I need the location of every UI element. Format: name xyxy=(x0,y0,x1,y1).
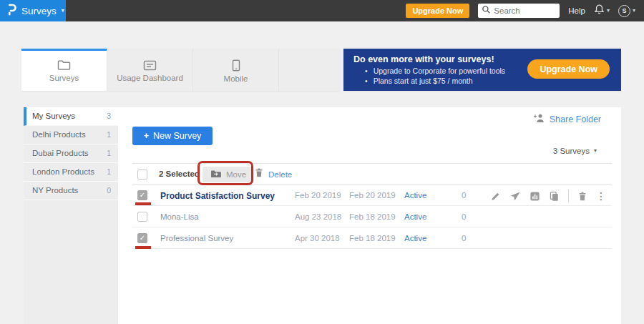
notifications-menu[interactable]: ▾ xyxy=(594,4,610,18)
bullet-dot-icon: • xyxy=(365,66,368,76)
modified-date: Feb 18 2019 xyxy=(349,234,396,242)
surveys-count-dropdown[interactable]: 3 Surveys ▾ xyxy=(553,147,597,155)
account-menu[interactable]: S ▾ xyxy=(618,5,635,17)
surveys-table: 2 Selected Move Delete ✓ Product Sat xyxy=(132,163,612,249)
trash-icon[interactable] xyxy=(577,191,587,202)
responses-count: 0 xyxy=(462,191,466,200)
upgrade-now-button[interactable]: Upgrade Now xyxy=(406,4,469,18)
share-folder-label: Share Folder xyxy=(550,114,601,124)
folder-count: 1 xyxy=(107,144,111,162)
move-label: Move xyxy=(226,170,246,179)
proprofs-logo-icon xyxy=(7,4,16,19)
survey-title-link[interactable]: Professional Survey xyxy=(160,234,233,242)
avatar: S xyxy=(618,5,630,17)
folders-sidebar: My Surveys 3 Delhi Products 1 Dubai Prod… xyxy=(24,107,118,324)
topbar: Surveys ▾ Upgrade Now Help ▾ S ▾ xyxy=(0,0,644,21)
bulk-actions-bar: 2 Selected Move Delete xyxy=(132,163,612,185)
table-row: ✓ Product Satisfaction Survey Feb 20 201… xyxy=(132,185,612,206)
row-actions: ⋮ xyxy=(490,190,606,202)
select-all-checkbox[interactable] xyxy=(137,170,147,180)
responses-count: 0 xyxy=(462,212,466,221)
sidebar-item-london-products[interactable]: London Products 1 xyxy=(24,163,118,182)
dashboard-icon xyxy=(143,60,157,71)
sidebar-item-ny-products[interactable]: NY Products 0 xyxy=(24,182,118,200)
search-input[interactable] xyxy=(494,6,554,15)
tab-label: Surveys xyxy=(49,74,79,82)
created-date: Apr 30 2018 xyxy=(295,234,340,242)
row-checkbox[interactable]: ✓ xyxy=(137,212,147,222)
send-icon[interactable] xyxy=(509,191,521,202)
modified-date: Feb 20 2019 xyxy=(349,191,396,200)
folder-count: 1 xyxy=(107,163,111,181)
created-date: Aug 23 2018 xyxy=(295,212,341,221)
move-to-folder-icon xyxy=(210,170,221,180)
bullet-dot-icon: • xyxy=(365,76,368,86)
selected-count-label: 2 Selected xyxy=(159,170,200,178)
delete-label: Delete xyxy=(268,170,292,179)
chevron-down-icon: ▾ xyxy=(594,148,597,154)
tab-label: Mobile xyxy=(224,74,248,83)
bell-icon xyxy=(594,4,605,18)
folder-label: My Surveys xyxy=(32,107,75,125)
chevron-down-icon: ▾ xyxy=(633,8,635,14)
more-options-icon[interactable]: ⋮ xyxy=(596,190,606,202)
modified-date: Feb 18 2019 xyxy=(349,212,396,221)
chevron-down-icon: ▾ xyxy=(607,8,610,14)
product-label: Surveys xyxy=(21,6,57,16)
product-switcher[interactable]: Surveys ▾ xyxy=(0,0,66,21)
help-link[interactable]: Help xyxy=(568,6,585,15)
tab-surveys[interactable]: Surveys xyxy=(21,49,107,91)
folder-count: 3 xyxy=(107,107,111,125)
folder-label: London Products xyxy=(32,163,94,181)
chevron-down-icon: ▾ xyxy=(62,8,64,14)
search-icon xyxy=(482,4,491,17)
status-badge[interactable]: Active xyxy=(404,191,426,200)
folder-icon xyxy=(57,59,71,71)
app-page: Surveys ▾ Upgrade Now Help ▾ S ▾ xyxy=(0,0,644,324)
surveys-count-label: 3 Surveys xyxy=(553,147,590,155)
tab-mobile[interactable]: Mobile xyxy=(193,49,279,91)
table-row: ✓ Mona-Lisa Aug 23 2018 Feb 18 2019 Acti… xyxy=(132,206,612,227)
row-checkbox[interactable]: ✓ xyxy=(137,233,147,243)
plus-icon: + xyxy=(144,131,149,141)
banner-upgrade-button[interactable]: Upgrade Now xyxy=(527,59,610,79)
tab-usage-dashboard[interactable]: Usage Dashboard xyxy=(107,49,193,91)
sidebar-item-my-surveys[interactable]: My Surveys 3 xyxy=(24,107,118,126)
folder-count: 1 xyxy=(107,126,111,144)
status-badge[interactable]: Active xyxy=(404,212,426,221)
divider xyxy=(568,190,569,202)
person-add-icon xyxy=(533,113,545,125)
reports-icon[interactable] xyxy=(530,191,540,202)
responses-count: 0 xyxy=(462,234,466,242)
new-survey-button[interactable]: +New Survey xyxy=(132,127,213,145)
sidebar-item-delhi-products[interactable]: Delhi Products 1 xyxy=(24,126,118,144)
move-button[interactable]: Move xyxy=(203,167,254,182)
status-badge[interactable]: Active xyxy=(404,234,426,242)
folder-label: NY Products xyxy=(32,182,78,200)
sidebar-item-dubai-products[interactable]: Dubai Products 1 xyxy=(24,144,118,163)
folder-count: 0 xyxy=(107,182,111,200)
folder-label: Delhi Products xyxy=(32,126,86,144)
delete-action[interactable]: Delete xyxy=(254,167,292,181)
table-row: ✓ Professional Survey Apr 30 2018 Feb 18… xyxy=(132,227,612,249)
tab-label: Usage Dashboard xyxy=(117,74,183,82)
search-box[interactable] xyxy=(478,4,560,18)
topbar-right: Upgrade Now Help ▾ S ▾ xyxy=(406,4,644,18)
duplicate-icon[interactable] xyxy=(549,191,560,202)
tab-strip: Surveys Usage Dashboard Mobile xyxy=(21,49,340,91)
surveys-panel: Share Folder +New Survey 3 Surveys ▾ 2 S… xyxy=(118,107,621,324)
upsell-banner: Do even more with your surveys! •Upgrade… xyxy=(343,49,621,91)
survey-title-link[interactable]: Product Satisfaction Survey xyxy=(160,191,275,201)
row-checkbox[interactable]: ✓ xyxy=(137,190,147,200)
trash-icon xyxy=(254,167,264,181)
created-date: Feb 20 2019 xyxy=(295,191,341,200)
share-folder-link[interactable]: Share Folder xyxy=(533,113,601,125)
mobile-icon xyxy=(232,59,240,72)
folder-label: Dubai Products xyxy=(32,144,89,162)
edit-icon[interactable] xyxy=(490,191,501,202)
survey-title-link[interactable]: Mona-Lisa xyxy=(160,212,199,221)
